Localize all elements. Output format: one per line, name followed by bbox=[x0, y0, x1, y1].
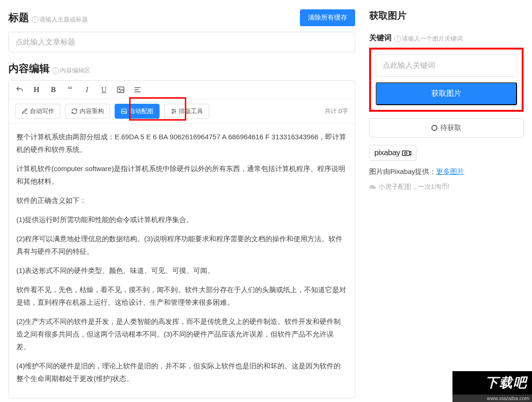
picture-icon bbox=[121, 108, 127, 115]
sidebar-panel: 获取图片 关键词 ! 请输入一个图片关键词 获取图片 待获取 pixabay 图… bbox=[364, 0, 532, 402]
paragraph: 软件的正确含义如下： bbox=[16, 194, 347, 207]
undo-icon[interactable] bbox=[15, 86, 24, 94]
layout-tool-button[interactable]: 排版工具 bbox=[164, 104, 209, 119]
paragraph: (1)提供运行时所需功能和性能的命令或计算机程序集合。 bbox=[16, 213, 347, 226]
settings-icon bbox=[170, 108, 177, 115]
word-count: 共计:0字 bbox=[325, 107, 348, 115]
sidebar-title: 获取图片 bbox=[369, 9, 524, 22]
clear-cache-button[interactable]: 清除所有缓存 bbox=[300, 9, 355, 26]
pixabay-badge: pixabay bbox=[369, 145, 416, 161]
keyword-label: 关键词 bbox=[369, 33, 392, 43]
svg-point-8 bbox=[172, 112, 173, 113]
camera-icon bbox=[402, 150, 411, 156]
highlight-box-sidebar: 获取图片 bbox=[369, 48, 524, 112]
cloud-icon bbox=[369, 184, 377, 190]
paragraph: (2)生产方式不同的软件是开发，是人类智能的高发挥，而不是传统意义上的硬件制造。… bbox=[16, 315, 347, 353]
fetch-image-button[interactable]: 获取图片 bbox=[376, 82, 517, 105]
heading-icon[interactable]: H bbox=[32, 86, 41, 94]
svg-point-1 bbox=[119, 88, 120, 89]
title-hint: ! 请输入主题或标题 bbox=[32, 15, 88, 24]
paragraph: 计算机软件(computer software)是指计算机系统中除硬件以外的所有… bbox=[16, 162, 347, 187]
keyword-input[interactable] bbox=[376, 54, 517, 77]
paragraph: 整个计算机系统由两部分组成：E.69DA 5 E 6 BA 9062616964… bbox=[16, 130, 347, 156]
align-icon[interactable] bbox=[133, 86, 142, 94]
auto-image-button[interactable]: 自动配图 bbox=[115, 104, 160, 119]
more-images-link[interactable]: 更多图片 bbox=[436, 167, 464, 175]
keyword-header: 关键词 ! 请输入一个图片关键词 bbox=[369, 33, 524, 43]
format-toolbar: H B “ I U bbox=[9, 81, 355, 99]
editor-content[interactable]: 整个计算机系统由两部分组成：E.69DA 5 E 6 BA 9062616964… bbox=[9, 124, 355, 398]
action-toolbar: 自动写作 内容重构 自动配图 排版工具 共计:0字 bbox=[9, 99, 355, 124]
svg-point-10 bbox=[405, 152, 407, 154]
info-icon: ! bbox=[32, 16, 38, 23]
pencil-icon bbox=[22, 108, 28, 115]
paragraph: (4)维护不同的硬件是旧的，理论上软件是旧的，并不坏，但实际上软件也是旧的和坏的… bbox=[16, 359, 347, 385]
paragraph: (2)程序可以满意地处理信息的数据结构。(3)说明程序功能要求和程序需要的文档的… bbox=[16, 232, 347, 258]
italic-icon[interactable]: I bbox=[83, 86, 91, 94]
keyword-hint: ! 请输入一个图片关键词 bbox=[394, 35, 463, 43]
main-panel: 标题 ! 请输入主题或标题 清除所有缓存 内容编辑 ! 内容编辑区 bbox=[0, 0, 364, 402]
image-icon[interactable] bbox=[117, 86, 125, 94]
title-section-header: 标题 ! 请输入主题或标题 清除所有缓存 bbox=[8, 9, 355, 26]
watermark: 下载吧 www.xiazaiba.com bbox=[452, 371, 532, 402]
info-icon: ! bbox=[394, 36, 401, 42]
pixabay-text: pixabay bbox=[374, 148, 400, 158]
status-circle-icon bbox=[431, 125, 437, 131]
watermark-url: www.xiazaiba.com bbox=[452, 395, 532, 402]
underline-icon[interactable]: U bbox=[100, 86, 108, 94]
info-icon: ! bbox=[52, 67, 59, 74]
restructure-button[interactable]: 内容重构 bbox=[65, 104, 110, 119]
footer-note: 小虎子配图，一次1淘币! bbox=[369, 183, 524, 191]
content-hint: ! 内容编辑区 bbox=[52, 66, 90, 75]
article-title-input[interactable] bbox=[8, 32, 355, 52]
refresh-icon bbox=[71, 108, 78, 115]
status-button[interactable]: 待获取 bbox=[369, 118, 524, 137]
paragraph: 软件看不见，无色，枯燥，看不见，摸不到，闻不到。软件大部分存在于人们的头脑或纸上… bbox=[16, 283, 347, 309]
svg-point-7 bbox=[175, 111, 175, 112]
content-label: 内容编辑 bbox=[8, 62, 50, 76]
content-section-header: 内容编辑 ! 内容编辑区 bbox=[8, 62, 355, 76]
bold-icon[interactable]: B bbox=[49, 86, 58, 94]
image-credit: 图片由Pixabay提供：更多图片 bbox=[369, 167, 524, 176]
paragraph: (1)表达形式不同的硬件类型、颜色、味道、可见、可摸、可闻。 bbox=[16, 264, 347, 277]
title-label: 标题 bbox=[8, 11, 29, 25]
svg-rect-9 bbox=[402, 151, 409, 156]
auto-write-button[interactable]: 自动写作 bbox=[15, 104, 60, 119]
watermark-text: 下载吧 bbox=[452, 371, 532, 395]
quote-icon[interactable]: “ bbox=[66, 86, 74, 94]
editor-box: H B “ I U 自动写作 内容重构 bbox=[8, 80, 355, 398]
svg-point-6 bbox=[173, 109, 174, 110]
